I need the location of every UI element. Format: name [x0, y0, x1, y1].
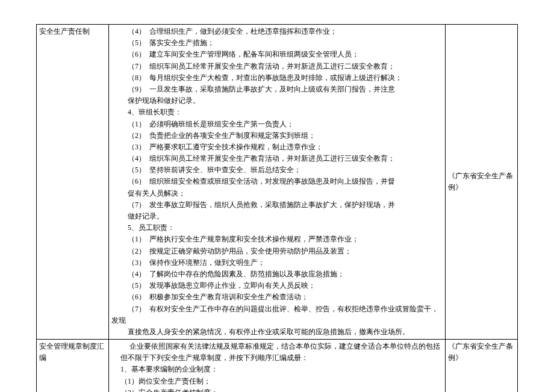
- row-ref-cell: 《广东省安全生产条例》: [446, 340, 518, 392]
- row-content: 企业要依照国家有关法律法规及规章标准规定，结合本单位实际，建立健全适合本单位特点…: [111, 341, 443, 392]
- row-label-cell: 安全生产责任制: [37, 25, 109, 340]
- row-label-top: 安全管理规章制度汇编: [39, 341, 106, 364]
- row-label: 安全生产责任制: [39, 27, 90, 36]
- row-label-cell: 安全管理规章制度汇编 安全管理规章制度汇编: [37, 340, 109, 392]
- row-content: （4） 合理组织生产，做到必须安全，杜绝违章指挥和违章作业； （5） 落实安全生…: [111, 26, 443, 338]
- row-ref: 《广东省安全生产条例》: [448, 342, 513, 362]
- row-content-cell: 企业要依照国家有关法律法规及规章标准规定，结合本单位实际，建立健全适合本单位特点…: [109, 340, 446, 392]
- regulation-table: 安全生产责任制 （4） 合理组织生产，做到必须安全，杜绝违章指挥和违章作业； （…: [36, 24, 518, 392]
- table-row: 安全生产责任制 （4） 合理组织生产，做到必须安全，杜绝违章指挥和违章作业； （…: [37, 25, 518, 340]
- row-content-cell: （4） 合理组织生产，做到必须安全，杜绝违章指挥和违章作业； （5） 落实安全生…: [109, 25, 446, 340]
- row-ref-cell: 《广东省安全生产条例》: [446, 25, 518, 340]
- row-ref: 《广东省安全生产条例》: [448, 172, 513, 191]
- table-row: 安全管理规章制度汇编 安全管理规章制度汇编 企业要依照国家有关法律法规及规章标准…: [37, 340, 518, 392]
